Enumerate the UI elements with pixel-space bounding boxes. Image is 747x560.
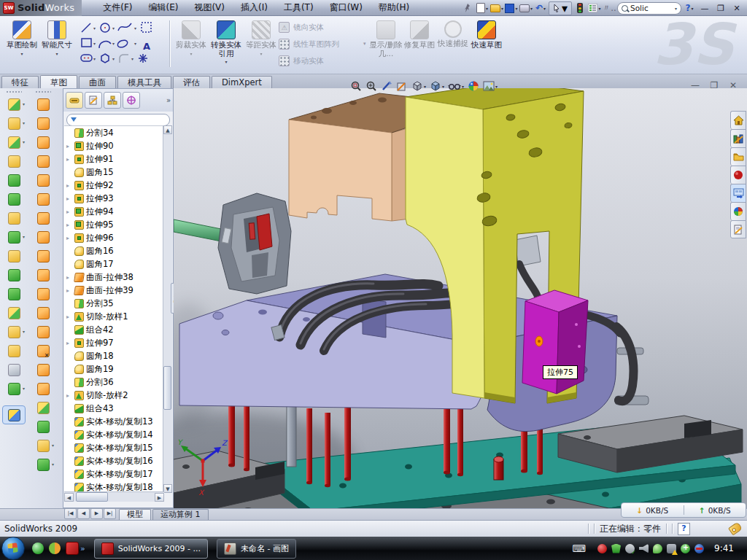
quick-launch-icon[interactable] <box>32 542 44 554</box>
toolbar-button[interactable] <box>2 265 26 284</box>
tree-item[interactable]: 切除-放样2 <box>64 389 165 402</box>
ribbon-tab[interactable]: 评估 <box>173 76 210 89</box>
command-button[interactable]: 智能尺寸 ▾ <box>39 18 74 71</box>
ribbon-tab[interactable]: 特征 <box>1 76 39 89</box>
tree-filter-input[interactable] <box>66 114 170 126</box>
tree-item[interactable]: 圆角15 <box>64 166 165 179</box>
tree-item[interactable]: 分割35 <box>64 297 165 310</box>
expand-arrow-icon[interactable] <box>66 340 72 346</box>
command-button[interactable]: 修复草图 <box>403 18 436 71</box>
tab-propertymanager[interactable] <box>85 92 102 109</box>
doc-minimize-icon[interactable]: — <box>689 80 701 90</box>
toolbar-button[interactable] <box>2 322 26 341</box>
menu-item[interactable]: 文件(F) <box>95 0 140 15</box>
new-document-icon[interactable]: ▾ <box>476 2 489 14</box>
toolbar-button[interactable] <box>2 228 26 246</box>
toolbar-button[interactable] <box>2 341 26 360</box>
toolbar-button[interactable] <box>31 398 55 417</box>
quick-launch-icon[interactable] <box>66 542 79 555</box>
command-row-button[interactable]: 线性草图阵列 <box>279 36 366 52</box>
command-button[interactable]: 转换实体引用 ▾ <box>209 18 244 71</box>
expand-arrow-icon[interactable] <box>66 222 72 228</box>
graphics-viewport[interactable]: Y Z X <box>174 88 747 508</box>
tree-item[interactable]: 圆角19 <box>64 362 165 376</box>
view-palette-icon[interactable] <box>730 184 746 202</box>
ribbon-tab[interactable]: 模具工具 <box>117 76 171 89</box>
command-button[interactable]: 草图绘制 ▾ <box>4 18 39 71</box>
expand-arrow-icon[interactable] <box>66 235 72 241</box>
tab-dimxpertmanager[interactable] <box>123 92 140 109</box>
toolbar-button[interactable] <box>2 171 26 190</box>
tray-icon[interactable] <box>694 544 704 553</box>
tab-featuremanager[interactable] <box>66 92 83 109</box>
tray-icon[interactable] <box>611 544 621 553</box>
display-style-icon[interactable]: ▾ <box>430 80 444 92</box>
toolbar-button[interactable] <box>31 114 55 133</box>
expand-arrow-icon[interactable] <box>66 274 72 281</box>
rebuild-traffic-light-icon[interactable] <box>573 2 587 14</box>
doc-close-icon[interactable]: ✕ <box>727 80 739 90</box>
keyboard-layout-icon[interactable]: ⌨ <box>572 543 586 554</box>
tree-item[interactable]: 拉伸95 <box>64 218 165 231</box>
photoworks-icon[interactable] <box>730 166 746 184</box>
sketch-entity-palette[interactable]: A ▾▾▾ ▾▾▾ ▾▾▾ <box>79 20 168 69</box>
undo-icon[interactable]: ↶▾ <box>534 2 547 14</box>
document-tab[interactable]: 运动算例 1 <box>152 509 209 520</box>
view-previous-icon[interactable] <box>381 80 392 92</box>
section-view-icon[interactable] <box>396 80 408 92</box>
command-row-button[interactable]: 移动实体 <box>279 52 366 69</box>
toolbar-button[interactable] <box>31 133 55 152</box>
apply-scene-icon[interactable]: ▾ <box>483 81 498 91</box>
tray-icon[interactable] <box>597 544 607 553</box>
command-button[interactable]: 等距实体 ▾ <box>244 18 279 71</box>
ribbon-tab[interactable]: 曲面 <box>79 76 116 89</box>
pin-icon[interactable] <box>461 2 474 14</box>
toolbar-button[interactable] <box>31 209 55 228</box>
zoom-to-fit-icon[interactable] <box>350 80 362 92</box>
toolbar-button[interactable] <box>31 190 55 209</box>
toolbar-grip[interactable] <box>35 90 51 93</box>
toolbar-button[interactable] <box>2 133 26 152</box>
scroll-thumb[interactable] <box>163 366 171 410</box>
tags-icon[interactable] <box>728 521 743 535</box>
expand-arrow-icon[interactable] <box>66 143 72 149</box>
tree-item[interactable]: 实体-移动/复制17 <box>64 467 165 481</box>
tree-item[interactable]: 实体-移动/复制13 <box>64 415 165 428</box>
part-sprue-insert[interactable] <box>174 193 291 294</box>
toolbar-button[interactable] <box>2 95 26 114</box>
start-button[interactable] <box>1 537 25 560</box>
prev-tab-icon[interactable]: ◀ <box>77 508 90 519</box>
print-icon[interactable]: ▾ <box>519 2 533 14</box>
tree-item[interactable]: 分割34 <box>64 126 165 139</box>
ribbon-tab[interactable]: 草图 <box>40 75 77 89</box>
tree-item[interactable]: 组合43 <box>64 402 165 415</box>
save-icon[interactable]: ▾ <box>505 2 518 14</box>
tree-item[interactable]: 拉伸90 <box>64 139 165 152</box>
toolbar-button[interactable] <box>2 209 26 228</box>
toolbar-grip[interactable] <box>6 90 22 93</box>
toolbar-button[interactable] <box>31 436 55 455</box>
toolbar-button[interactable] <box>31 360 55 379</box>
toolbar-button[interactable] <box>31 379 55 398</box>
tree-item[interactable]: 拉伸92 <box>64 179 165 192</box>
tray-icon[interactable] <box>625 544 635 553</box>
tree-item[interactable]: 圆角18 <box>64 349 165 362</box>
command-row-button[interactable]: ⚠ 镜向实体 <box>279 19 366 36</box>
tree-item[interactable]: 拉伸96 <box>64 231 165 244</box>
solidworks-resources-icon[interactable] <box>730 111 746 129</box>
tree-item[interactable]: 实体-移动/复制16 <box>64 454 165 467</box>
expand-arrow-icon[interactable] <box>66 314 72 320</box>
tree-horizontal-scrollbar[interactable]: ◀ ▶ <box>64 491 164 502</box>
toolbar-button[interactable] <box>31 417 55 436</box>
menu-item[interactable]: 窗口(W) <box>322 0 371 15</box>
next-tab-icon[interactable]: ▶ <box>90 508 103 519</box>
toolbar-button[interactable] <box>31 284 55 303</box>
tree-item[interactable]: 曲面-拉伸38 <box>64 271 165 284</box>
toolbar-button[interactable] <box>2 114 26 133</box>
tree-item[interactable]: 组合42 <box>64 323 165 336</box>
taskbar-window-button[interactable]: SolidWorks 2009 - ... <box>94 539 208 559</box>
custom-properties-icon[interactable] <box>730 220 746 238</box>
tree-item[interactable]: 分割36 <box>64 376 165 389</box>
toolbar-button[interactable] <box>2 246 26 265</box>
tray-icon[interactable] <box>653 544 662 553</box>
